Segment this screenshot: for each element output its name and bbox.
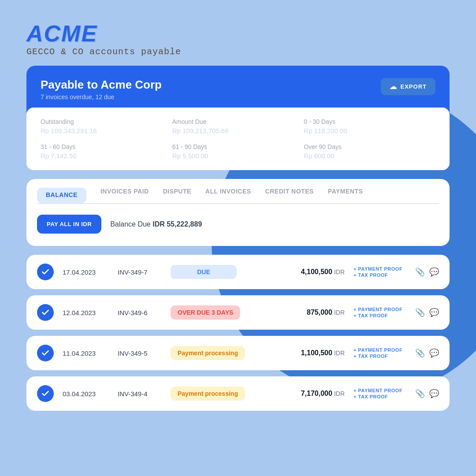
tabs-content: PAY ALL IN IDR Balance Due IDR 55,222,88…: [26, 204, 450, 246]
summary-card: Payable to Acme Corp 7 invoices overdue,…: [26, 66, 450, 170]
tab-balance[interactable]: BALANCE: [37, 188, 86, 203]
attachment-icon-3[interactable]: 📎: [415, 389, 425, 398]
check-icon-3[interactable]: [37, 385, 54, 402]
export-button[interactable]: ☁ EXPORT: [381, 78, 435, 95]
stat-over-90-value: Rp 600.00: [304, 152, 435, 160]
invoice-amount-3: 7,170,000IDR: [283, 390, 345, 398]
check-icon-1[interactable]: [37, 304, 54, 321]
tax-proof-link-1[interactable]: + TAX PROOF: [353, 313, 406, 318]
invoice-number-0: INV-349-7: [118, 268, 162, 276]
pay-all-button[interactable]: PAY ALL IN IDR: [37, 215, 101, 234]
invoice-list: 17.04.2023 INV-349-7 DUE 4,100,500IDR + …: [26, 255, 450, 411]
invoice-status-0: DUE: [171, 265, 237, 279]
summary-subtitle: 7 invoices overdue, 12 due: [41, 93, 162, 100]
invoice-number-3: INV-349-4: [118, 390, 162, 398]
stat-31-60-value: Rp 7,142.50: [41, 152, 172, 160]
invoice-row: 12.04.2023 INV-349-6 OVER DUE 3 DAYS 875…: [26, 295, 450, 330]
comment-icon-3[interactable]: 💬: [429, 389, 439, 398]
invoice-amount-2: 1,100,500IDR: [283, 349, 345, 357]
tabs-nav: BALANCE INVOICES PAID DISPUTE ALL INVOIC…: [26, 179, 450, 203]
stat-61-90-label: 61 - 90 Days: [172, 143, 304, 150]
invoice-amount-0: 4,100,500IDR: [283, 268, 345, 276]
stat-over-90-label: Over 90 Days: [304, 143, 435, 150]
invoice-status-2: Payment processing: [171, 346, 245, 360]
tax-proof-link-3[interactable]: + TAX PROOF: [353, 394, 406, 399]
invoice-actions-2: + PAYMENT PROOF + TAX PROOF: [353, 347, 406, 359]
comment-icon-1[interactable]: 💬: [429, 308, 439, 317]
tabs-card: BALANCE INVOICES PAID DISPUTE ALL INVOIC…: [26, 179, 450, 246]
attachment-icon-0[interactable]: 📎: [415, 267, 425, 277]
invoice-number-1: INV-349-6: [118, 309, 162, 316]
tab-payments[interactable]: PAYMENTS: [328, 188, 363, 203]
invoice-actions-0: + PAYMENT PROOF + TAX PROOF: [353, 266, 406, 278]
logo: ACME: [26, 22, 450, 45]
payment-proof-link-2[interactable]: + PAYMENT PROOF: [353, 347, 406, 353]
stat-31-60: 31 - 60 Days Rp 7,142.50: [41, 143, 172, 160]
invoice-date-2: 11.04.2023: [63, 350, 109, 357]
header: ACME GECCO & CO accounts payable: [26, 22, 450, 57]
tab-dispute[interactable]: DISPUTE: [163, 188, 191, 203]
invoice-actions-1: + PAYMENT PROOF + TAX PROOF: [353, 307, 406, 318]
tax-proof-link-0[interactable]: + TAX PROOF: [353, 272, 406, 278]
stat-0-30-label: 0 - 30 Days: [304, 118, 435, 125]
invoice-row: 03.04.2023 INV-349-4 Payment processing …: [26, 376, 450, 411]
stat-61-90: 61 - 90 Days Rp 5,500.00: [172, 143, 304, 160]
invoice-date-3: 03.04.2023: [63, 390, 109, 398]
stats-grid: Outstanding Rp 109,343,291.16 Amount Due…: [26, 108, 450, 170]
invoice-date-1: 12.04.2023: [63, 309, 109, 316]
stat-0-30: 0 - 30 Days Rp 118,200.00: [304, 118, 435, 134]
export-icon: ☁: [390, 82, 397, 91]
invoice-status-3: Payment processing: [171, 387, 245, 401]
invoice-icons-1: 📎 💬: [415, 308, 439, 317]
tab-all-invoices[interactable]: ALL INVOICES: [205, 188, 251, 203]
tax-proof-link-2[interactable]: + TAX PROOF: [353, 353, 406, 359]
tab-credit-notes[interactable]: CREDIT NOTES: [265, 188, 314, 203]
invoice-row: 17.04.2023 INV-349-7 DUE 4,100,500IDR + …: [26, 255, 450, 289]
payment-proof-link-0[interactable]: + PAYMENT PROOF: [353, 266, 406, 271]
stat-over-90: Over 90 Days Rp 600.00: [304, 143, 435, 160]
stat-amount-due-value: Rp 109,213,705.66: [172, 127, 304, 134]
check-icon-2[interactable]: [37, 345, 54, 361]
payment-proof-link-1[interactable]: + PAYMENT PROOF: [353, 307, 406, 312]
stat-amount-due-label: Amount Due: [172, 118, 304, 125]
stat-61-90-value: Rp 5,500.00: [172, 152, 304, 160]
tab-invoices-paid[interactable]: INVOICES PAID: [100, 188, 149, 203]
check-icon-0[interactable]: [37, 264, 54, 280]
payment-proof-link-3[interactable]: + PAYMENT PROOF: [353, 388, 406, 393]
invoice-icons-3: 📎 💬: [415, 389, 439, 398]
attachment-icon-2[interactable]: 📎: [415, 348, 425, 358]
invoice-icons-2: 📎 💬: [415, 348, 439, 358]
comment-icon-0[interactable]: 💬: [429, 267, 439, 277]
invoice-status-1: OVER DUE 3 DAYS: [171, 305, 240, 320]
stat-outstanding-value: Rp 109,343,291.16: [41, 127, 172, 134]
stat-outstanding: Outstanding Rp 109,343,291.16: [41, 118, 172, 134]
summary-title: Payable to Acme Corp: [41, 78, 162, 92]
invoice-icons-0: 📎 💬: [415, 267, 439, 277]
stat-amount-due: Amount Due Rp 109,213,705.66: [172, 118, 304, 134]
company-subtitle: GECCO & CO accounts payable: [26, 47, 450, 57]
invoice-date-0: 17.04.2023: [63, 268, 109, 276]
invoice-row: 11.04.2023 INV-349-5 Payment processing …: [26, 336, 450, 370]
stat-0-30-value: Rp 118,200.00: [304, 127, 435, 134]
invoice-amount-1: 875,000IDR: [283, 309, 345, 316]
comment-icon-2[interactable]: 💬: [429, 348, 439, 358]
stat-outstanding-label: Outstanding: [41, 118, 172, 125]
invoice-number-2: INV-349-5: [118, 350, 162, 357]
invoice-actions-3: + PAYMENT PROOF + TAX PROOF: [353, 388, 406, 399]
stat-31-60-label: 31 - 60 Days: [41, 143, 172, 150]
attachment-icon-1[interactable]: 📎: [415, 308, 425, 317]
balance-due: Balance Due IDR 55,222,889: [110, 220, 202, 228]
